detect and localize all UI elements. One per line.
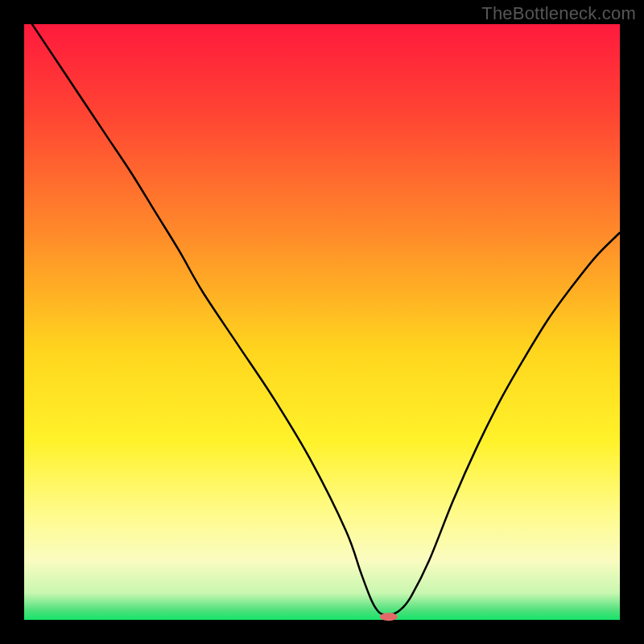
optimal-marker xyxy=(380,613,398,621)
plot-background xyxy=(24,24,620,620)
bottleneck-chart xyxy=(0,0,644,644)
watermark-text: TheBottleneck.com xyxy=(481,3,636,24)
chart-frame: TheBottleneck.com xyxy=(0,0,644,644)
